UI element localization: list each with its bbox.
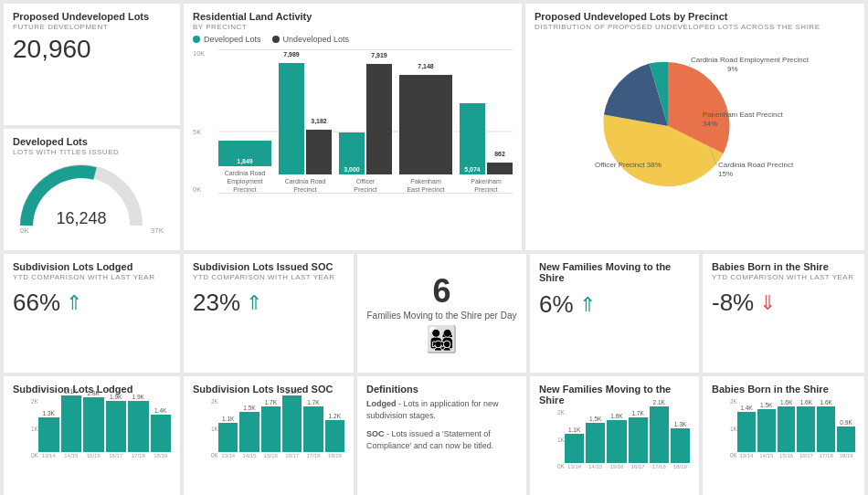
gauge-chart: 16,248 [13,162,150,235]
dashboard: Proposed Undeveloped Lots FUTURE DEVELOP… [0,0,868,495]
fam-bar-2 [586,423,605,463]
mid-row: Subdivision Lots Lodged YTD COMPARISON W… [4,254,864,373]
lodged-bar-4 [106,401,127,452]
pie-label-cardinia-employment: Cardinia Road Employment Precinct [691,56,810,64]
bot-row: Subdivision Lots Lodged 2K 1K 0K 1.3K 13… [4,376,864,495]
families-icon: 👨‍👩‍👧‍👦 [426,324,458,354]
new-families-stat-card: New Families Moving to the Shire 6% ⇑ [530,254,699,373]
subdivision-lodged-chart-card: Subdivision Lots Lodged 2K 1K 0K 1.3K 13… [4,376,180,495]
babies-born-stat-title: Babies Born in the Shire [712,261,855,272]
developed-lots-card: Developed Lots LOTS WITH TITLES ISSUED 1… [4,129,180,250]
babies-bar-5 [817,406,835,452]
new-families-chart-card: New Families Moving to the Shire 2K 1K 0… [530,376,699,495]
proposed-lots-value: 20,960 [13,35,171,64]
subdivision-lodged-stat-value: 66% ⇑ [13,289,171,317]
subdivision-soc-chart-card: Subdivision Lots Issued SOC 2K 1K 0K 1.1… [184,376,354,495]
proposed-lots-card: Proposed Undeveloped Lots FUTURE DEVELOP… [4,4,180,125]
bar-pair-5: 5,074 862 [460,103,513,174]
top-row: Proposed Undeveloped Lots FUTURE DEVELOP… [4,4,864,250]
legend-undeveloped: Undeveloped Lots [272,35,350,44]
babies-born-chart-card: Babies Born in the Shire 2K 1K 0K 1.4K 1… [703,376,864,495]
definitions-card: Definitions Lodged - Lots in application… [357,376,526,495]
bar-group-1: 1,849 Cardinia RoadEmploymentPrecinct [218,141,271,194]
legend-developed: Developed Lots [193,35,261,44]
subdivision-lodged-stat-subtitle: YTD COMPARISON WITH LAST YEAR [13,273,171,281]
arrow-up-soc: ⇑ [246,291,262,315]
bar-developed-3: 3,000 [339,132,365,174]
svg-text:34%: 34% [703,120,717,128]
subdivision-soc-stat-subtitle: YTD COMPARISON WITH LAST YEAR [193,273,344,281]
soc-bar-6 [325,420,344,452]
pie-label-pakenham-east: Pakenham East Precinct [703,111,783,119]
fam-bar-1 [565,434,584,463]
gauge-min: 0K [20,226,29,235]
developed-lots-title: Developed Lots [13,136,171,147]
bar-val-4: 7,148 [418,63,434,69]
subdivision-soc-stat-card: Subdivision Lots Issued SOC YTD COMPARIS… [184,254,354,373]
fam-bar-6 [671,428,690,463]
bar-group-2: 7,989 3,182 Cardinia RoadPrecinct [279,63,332,194]
babies-born-chart: 2K 1K 0K 1.4K 13/14 1.5K 14/15 1.6 [712,398,855,471]
soc-bars: 1.1K 13/14 1.5K 14/15 1.7K 15/16 [218,398,344,458]
definitions-title: Definitions [366,384,517,395]
bar-val-1: 1,849 [237,158,253,164]
arrow-up-lodged: ⇑ [66,291,82,315]
babies-born-stat-card: Babies Born in the Shire YTD COMPARISON … [703,254,864,373]
bar-group-5: 5,074 862 PakenhamPrecinct [460,103,513,194]
babies-bars: 1.4K 13/14 1.5K 14/15 1.6K 15/16 [737,398,855,458]
bar-developed-1: 1,849 [218,141,271,166]
developed-lots-subtitle: LOTS WITH TITLES ISSUED [13,148,171,156]
pie-subtitle: DISTRIBUTION OF PROPOSED UNDEVELOPED LOT… [535,23,855,31]
bar-xlabel-3: OfficerPrecinct [354,177,376,194]
bar-val-undev-3: 7,919 [371,52,387,58]
bar-group-4: 7,148 PakenhamEast Precinct [399,75,452,194]
bar-chart: 10K 5K 0K 1,849 Cardinia RoadEmploymentP… [193,49,513,214]
subdivision-soc-chart: 2K 1K 0K 1.1K 13/14 1.5K 14/15 1.7 [193,398,344,471]
soc-bar-1 [218,423,238,452]
bar-val-dev-5: 5,074 [464,166,481,173]
residential-activity-card: Residential Land Activity BY PRECINCT De… [184,4,522,250]
legend-undeveloped-dot [272,36,280,43]
arrow-up-families: ⇑ [579,293,596,317]
bar-undeveloped-5: 862 [487,163,513,174]
bar-pair-4: 7,148 [399,75,452,174]
bar-val-undev-2: 3,182 [311,118,327,124]
col1-top: Proposed Undeveloped Lots FUTURE DEVELOP… [4,4,180,250]
families-center-card: 6 Families Moving to the Shire per Day 👨… [357,254,526,373]
lodged-bar-3 [83,397,104,452]
pie-chart-card: Proposed Undeveloped Lots by Precinct DI… [525,4,864,250]
babies-bar-4 [797,406,815,452]
y-label-0k: 0K [193,185,201,194]
y-label-10k: 10K [193,49,205,58]
lodged-bar-1 [38,417,59,452]
bar-undeveloped-4: 7,148 [399,75,452,174]
babies-born-stat-subtitle: YTD COMPARISON WITH LAST YEAR [712,273,855,281]
chart-legend: Developed Lots Undeveloped Lots [193,35,513,44]
pie-chart: Pakenham East Precinct 34% Officer Preci… [549,35,842,217]
subdivision-soc-stat-title: Subdivision Lots Issued SOC [193,261,344,272]
families-number: 6 [432,272,450,311]
babies-bar-1 [737,412,756,452]
babies-bar-2 [757,409,776,452]
bar-xlabel-5: PakenhamPrecinct [471,177,501,194]
bar-xlabel-1: Cardinia RoadEmploymentPrecinct [225,169,266,194]
definitions-lodged-text: Lodged - Lots in application for new sub… [366,398,517,421]
bar-pair-2: 7,989 3,182 [279,63,332,174]
definitions-soc-text: SOC - Lots issued a 'Statement of Compli… [366,428,517,451]
families-text: Families Moving to the Shire per Day [367,311,517,321]
subdivision-soc-stat-value: 23% ⇑ [193,289,344,317]
bar-xlabel-4: PakenhamEast Precinct [407,177,444,194]
bar-undeveloped-3: 7,919 [366,64,392,174]
proposed-lots-subtitle: FUTURE DEVELOPMENT [13,23,171,31]
pie-title: Proposed Undeveloped Lots by Precinct [535,11,855,22]
legend-developed-dot [193,36,200,43]
babies-bar-6 [837,427,855,452]
subdivision-lodged-stat-card: Subdivision Lots Lodged YTD COMPARISON W… [4,254,180,373]
bar-developed-2: 7,989 [279,63,304,174]
subdivision-lodged-stat-title: Subdivision Lots Lodged [13,261,171,272]
gauge-value: 16,248 [56,209,106,227]
bar-undeveloped-2: 3,182 [306,130,332,174]
soc-bar-5 [303,406,323,452]
arrow-down-babies: ⇓ [759,291,776,315]
bar-developed-5: 5,074 [460,103,485,174]
